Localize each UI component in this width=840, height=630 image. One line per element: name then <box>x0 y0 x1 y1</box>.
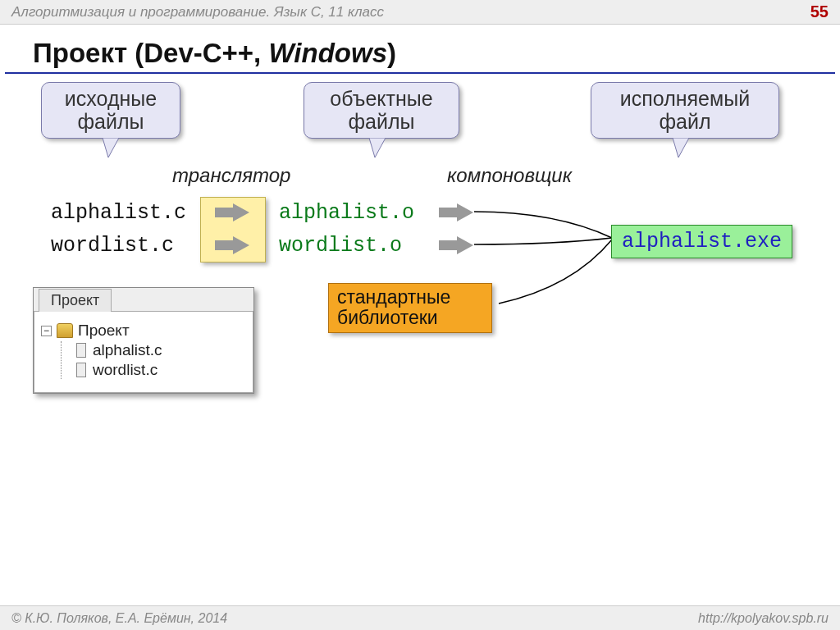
arrow-icon <box>215 203 249 221</box>
tree-file[interactable]: alphalist.c <box>76 341 246 359</box>
diagram-area: исходные файлы объектные файлы исполняем… <box>0 74 840 566</box>
label-translator: транслятор <box>172 164 290 187</box>
svg-marker-0 <box>103 138 119 158</box>
arrow-icon <box>439 203 473 221</box>
label-linker: компоновщик <box>447 164 572 187</box>
svg-marker-1 <box>369 138 386 158</box>
file-src2: wordlist.c <box>51 234 174 258</box>
slide-title: Проект (Dev-C++, Windows) <box>5 25 835 74</box>
tree-root[interactable]: − Проект <box>41 322 246 340</box>
file-obj2: wordlist.o <box>279 234 402 258</box>
file-icon <box>76 343 86 358</box>
file-exe: alphalist.exe <box>611 225 792 258</box>
file-icon <box>76 363 86 377</box>
project-panel: Проект − Проект alphalist.c wordlist.c <box>33 287 254 394</box>
callout-exe-file: исполняемый файл <box>591 82 779 139</box>
course-title: Алгоритмизация и программирование. Язык … <box>11 4 384 21</box>
callout-source-files: исходные файлы <box>41 82 180 139</box>
svg-marker-6 <box>439 236 473 254</box>
callout-object-files: объектные файлы <box>304 82 459 139</box>
file-obj1: alphalist.o <box>279 201 414 225</box>
page-number: 55 <box>810 2 829 21</box>
project-tab[interactable]: Проект <box>39 289 112 312</box>
tree-collapse-icon[interactable]: − <box>41 326 52 336</box>
stdlib-box: стандартные библиотеки <box>328 283 492 333</box>
folder-icon <box>57 323 73 338</box>
arrow-icon <box>215 236 249 254</box>
tree-file[interactable]: wordlist.c <box>76 361 246 379</box>
svg-marker-4 <box>215 236 249 254</box>
svg-marker-5 <box>439 203 473 221</box>
footer-url: http://kpolyakov.spb.ru <box>698 611 829 626</box>
arrow-icon <box>439 236 473 254</box>
svg-marker-3 <box>215 203 249 221</box>
file-src1: alphalist.c <box>51 201 186 225</box>
footer-copyright: © К.Ю. Поляков, Е.А. Ерёмин, 2014 <box>11 611 227 626</box>
svg-marker-2 <box>673 138 689 158</box>
